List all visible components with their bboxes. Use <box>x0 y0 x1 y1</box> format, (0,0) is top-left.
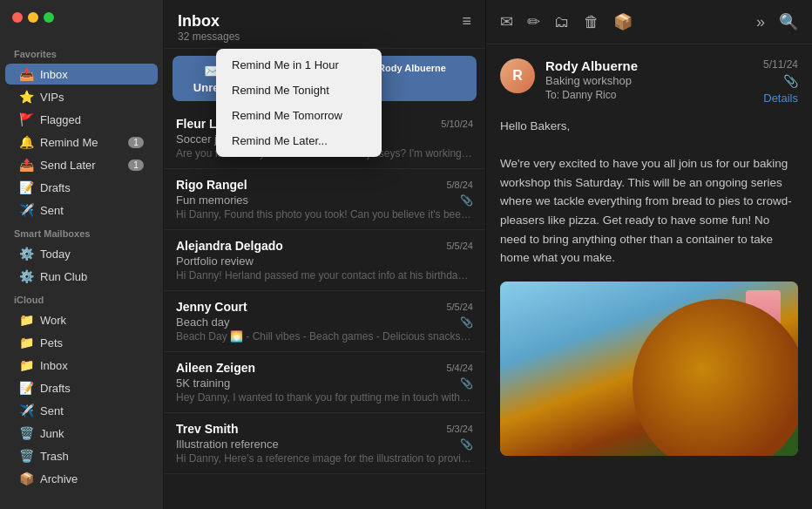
list-item[interactable]: Alejandra Delgado 5/5/24 Portfolio revie… <box>164 230 485 291</box>
to-name: Danny Rico <box>562 89 616 101</box>
sidebar-item-remind-me[interactable]: 🔔 Remind Me 1 <box>5 132 158 153</box>
reply-icon[interactable]: ✉ <box>500 12 513 31</box>
email-date: 5/4/24 <box>446 363 473 373</box>
sidebar-item-icloud-inbox[interactable]: 📁 Inbox <box>5 355 158 376</box>
sidebar-item-send-later[interactable]: 📤 Send Later 1 <box>5 154 158 175</box>
email-preview: Hi Danny, Found this photo you took! Can… <box>176 208 473 221</box>
sidebar-item-icloud-inbox-label: Inbox <box>40 359 144 372</box>
sidebar-item-junk[interactable]: 🗑️ Junk <box>5 423 158 444</box>
sidebar-item-sent-label: Sent <box>40 204 144 217</box>
traffic-lights <box>12 12 54 23</box>
sidebar-item-trash[interactable]: 🗑️ Trash <box>5 445 158 466</box>
sidebar-item-work-label: Work <box>40 314 144 327</box>
archive-toolbar-icon[interactable]: 📦 <box>613 12 633 31</box>
detail-toolbar: ✉ ✏ 🗂 🗑 📦 » 🔍 <box>486 0 812 44</box>
sidebar-item-vips[interactable]: ⭐ VIPs <box>5 86 158 107</box>
email-preview: Beach Day 🌅 - Chill vibes - Beach games … <box>176 330 473 343</box>
detail-date: 5/11/24 <box>763 58 798 71</box>
sidebar-item-icloud-sent[interactable]: ✈️ Sent <box>5 400 158 421</box>
bell-icon: 🔔 <box>19 135 33 149</box>
today-icon: ⚙️ <box>19 247 33 261</box>
compose-icon[interactable]: ✏ <box>527 12 540 31</box>
list-item[interactable]: Aileen Zeigen 5/4/24 5K training 📎 Hey D… <box>164 352 485 413</box>
sidebar-item-icloud-sent-label: Sent <box>40 404 144 417</box>
sidebar-item-run-club[interactable]: ⚙️ Run Club <box>5 266 158 287</box>
icloud-section-label: iCloud <box>0 288 163 309</box>
sidebar-item-pets[interactable]: 📁 Pets <box>5 332 158 353</box>
remind-tomorrow[interactable]: Remind Me Tomorrow <box>216 103 382 128</box>
email-detail-header: R Rody Albuerne Baking workshop To: Dann… <box>500 58 798 105</box>
sidebar-item-sent[interactable]: ✈️ Sent <box>5 200 158 221</box>
detail-meta: Rody Albuerne Baking workshop To: Danny … <box>545 58 753 101</box>
close-button[interactable] <box>12 12 23 23</box>
remind-1-hour[interactable]: Remind Me in 1 Hour <box>216 52 382 78</box>
flag-icon: 🚩 <box>19 112 33 126</box>
sidebar-item-archive-label: Archive <box>40 472 144 485</box>
email-subject: 5K training 📎 <box>176 377 473 390</box>
trash-icon: 🗑️ <box>19 449 33 463</box>
junk-icon: 🗑️ <box>19 426 33 440</box>
detail-to: To: Danny Rico <box>545 89 753 101</box>
email-subject: Fun memories 📎 <box>176 193 473 207</box>
email-date: 5/10/24 <box>441 119 473 129</box>
filter-area: ✉️ Unread 🔔 Rem... Rody Albuerne Remind … <box>164 49 485 108</box>
sidebar-item-inbox[interactable]: 📥 Inbox <box>5 64 158 85</box>
sidebar-item-run-club-label: Run Club <box>40 270 144 283</box>
sidebar-item-vips-label: VIPs <box>40 91 144 104</box>
sidebar-item-junk-label: Junk <box>40 427 144 440</box>
favorites-section-label: Favorites <box>0 42 163 63</box>
more-icon[interactable]: » <box>756 13 765 31</box>
detail-date-area: 5/11/24 📎 Details <box>763 58 798 105</box>
minimize-button[interactable] <box>28 12 38 23</box>
filter-icon[interactable]: ≡ <box>462 12 471 31</box>
send-later-badge: 1 <box>128 159 144 171</box>
list-item[interactable]: Trev Smith 5/3/24 Illustration reference… <box>164 413 485 474</box>
sidebar-item-trash-label: Trash <box>40 450 144 463</box>
sidebar: Favorites 📥 Inbox ⭐ VIPs 🚩 Flagged 🔔 Rem… <box>0 0 164 509</box>
email-subject: Illustration reference 📎 <box>176 438 473 451</box>
search-icon[interactable]: 🔍 <box>779 12 798 31</box>
email-sender: Rigo Rangel <box>176 178 247 192</box>
sidebar-item-archive[interactable]: 📦 Archive <box>5 468 158 489</box>
folder-icon[interactable]: 🗂 <box>554 13 570 31</box>
remind-later[interactable]: Remind Me Later... <box>216 128 382 153</box>
list-item[interactable]: Jenny Court 5/5/24 Beach day 📎 Beach Day… <box>164 291 485 352</box>
sent-icon: ✈️ <box>19 203 33 217</box>
email-sender: Trev Smith <box>176 422 239 436</box>
remind-tonight[interactable]: Remind Me Tonight <box>216 78 382 103</box>
maximize-button[interactable] <box>44 12 54 23</box>
detail-sender-name: Rody Albuerne <box>545 58 753 73</box>
inbox-title: Inbox <box>178 12 220 31</box>
drafts-icon: 📝 <box>19 180 33 194</box>
sidebar-item-drafts-label: Drafts <box>40 181 144 194</box>
sidebar-item-today-label: Today <box>40 248 144 261</box>
icloud-inbox-icon: 📁 <box>19 358 33 372</box>
email-list: Fleur Lasseur 5/10/24 Soccer jerseys Are… <box>164 108 485 509</box>
email-date: 5/5/24 <box>446 302 473 312</box>
sidebar-item-flagged[interactable]: 🚩 Flagged <box>5 109 158 130</box>
email-detail-panel: ✉ ✏ 🗂 🗑 📦 » 🔍 R Rody Albuerne Baking wor… <box>486 0 812 509</box>
message-count: 32 messages <box>178 31 471 43</box>
sidebar-item-work[interactable]: 📁 Work <box>5 309 158 330</box>
attachment-icon: 📎 <box>460 316 473 329</box>
sidebar-item-icloud-drafts[interactable]: 📝 Drafts <box>5 377 158 398</box>
work-folder-icon: 📁 <box>19 313 33 327</box>
sidebar-item-flagged-label: Flagged <box>40 113 144 126</box>
icloud-sent-icon: ✈️ <box>19 404 33 417</box>
archive-icon: 📦 <box>19 472 33 485</box>
sidebar-item-icloud-drafts-label: Drafts <box>40 382 144 395</box>
remind-dropdown: Remind Me in 1 Hour Remind Me Tonight Re… <box>216 49 382 157</box>
detail-subject: Baking workshop <box>545 74 753 87</box>
email-sender: Alejandra Delgado <box>176 239 283 253</box>
email-date: 5/5/24 <box>446 241 473 251</box>
sidebar-item-today[interactable]: ⚙️ Today <box>5 243 158 264</box>
list-item[interactable]: Rigo Rangel 5/8/24 Fun memories 📎 Hi Dan… <box>164 169 485 230</box>
email-detail-body: R Rody Albuerne Baking workshop To: Dann… <box>486 44 812 509</box>
email-preview: Hi Danny, Here's a reference image for t… <box>176 452 473 465</box>
delete-icon[interactable]: 🗑 <box>584 13 599 31</box>
details-link[interactable]: Details <box>763 92 798 105</box>
sidebar-item-pets-label: Pets <box>40 336 144 350</box>
sidebar-item-drafts[interactable]: 📝 Drafts <box>5 177 158 198</box>
email-list-panel: Inbox ≡ 32 messages ✉️ Unread 🔔 Rem... R… <box>164 0 486 509</box>
remind-badge: 1 <box>128 137 144 148</box>
